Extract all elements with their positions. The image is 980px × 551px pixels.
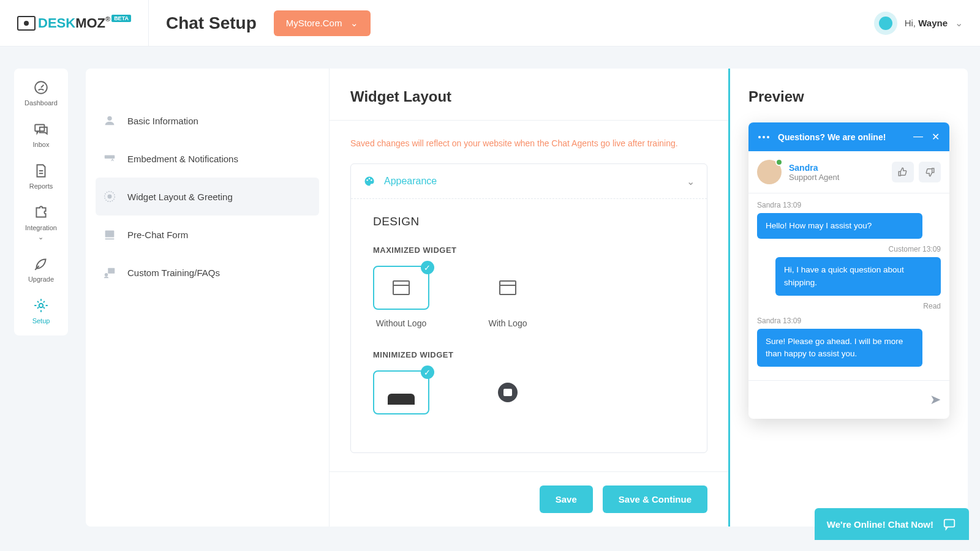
option-with-logo[interactable]: With Logo xyxy=(480,266,536,328)
logo-icon xyxy=(17,16,36,31)
floating-chat-widget[interactable]: We're Online! Chat Now! xyxy=(815,508,969,540)
svg-rect-14 xyxy=(944,520,955,527)
check-icon: ✓ xyxy=(421,365,434,379)
subnav-basic[interactable]: Basic Information xyxy=(86,102,329,140)
menu-dots-icon[interactable] xyxy=(758,136,769,138)
greeting: Hi, Wayne xyxy=(905,18,948,28)
avatar xyxy=(874,12,897,35)
content: Basic Information Embedment & Notificati… xyxy=(86,69,968,527)
send-icon[interactable]: ➤ xyxy=(930,392,941,408)
message-bubble: Sure! Please go ahead. I will be more th… xyxy=(757,329,922,367)
subnav-faq[interactable]: Custom Training/FAQs xyxy=(86,253,329,291)
left-nav: Dashboard Inbox Reports Integration ⌄ Up… xyxy=(14,69,68,335)
svg-point-13 xyxy=(371,179,372,181)
subnav-widget[interactable]: Widget Layout & Greeting xyxy=(96,178,319,216)
chat-icon xyxy=(33,121,49,137)
bubble-icon xyxy=(498,383,518,402)
float-text: We're Online! Chat Now! xyxy=(827,519,933,530)
panel-header: Widget Layout xyxy=(330,69,728,121)
message-bubble: Hello! How may I assist you? xyxy=(757,213,922,239)
svg-rect-4 xyxy=(105,156,115,159)
chevron-down-icon: ⌄ xyxy=(687,176,695,187)
chat-header-text: Questions? We are online! xyxy=(778,132,905,142)
topbar: DESKMOZ®BETA Chat Setup MyStore.Com ⌄ Hi… xyxy=(0,0,980,47)
nav-inbox[interactable]: Inbox xyxy=(33,121,50,148)
site-dropdown[interactable]: MyStore.Com ⌄ xyxy=(274,10,371,36)
window-icon xyxy=(393,280,410,295)
chevron-down-icon: ⌄ xyxy=(38,233,43,241)
logo-text-moz: MOZ xyxy=(75,15,105,31)
logo-text-desk: DESK xyxy=(38,15,75,31)
notice-text: Saved changes will reflect on your websi… xyxy=(350,137,707,150)
nav-reports[interactable]: Reports xyxy=(29,163,53,190)
agent-name: Sandra xyxy=(789,163,839,173)
maximized-label: MAXIMIZED WIDGET xyxy=(373,246,685,255)
minimize-icon[interactable]: — xyxy=(913,131,923,143)
tab-icon xyxy=(388,394,415,405)
message-meta: Sandra 13:09 xyxy=(757,201,941,209)
svg-rect-9 xyxy=(108,268,115,274)
chevron-down-icon: ⌄ xyxy=(350,18,358,29)
svg-point-2 xyxy=(39,304,43,308)
user-menu[interactable]: Hi, Wayne ⌄ xyxy=(874,12,963,35)
option-without-logo[interactable]: ✓ Without Logo xyxy=(373,266,429,328)
user-icon xyxy=(103,114,116,127)
rocket-icon xyxy=(33,256,49,272)
form-icon xyxy=(103,228,116,241)
svg-point-6 xyxy=(108,195,111,198)
chat-header: Questions? We are online! — ✕ xyxy=(748,122,949,151)
accordion-header[interactable]: Appearance ⌄ xyxy=(351,164,707,198)
window-icon xyxy=(499,280,516,295)
nav-integration[interactable]: Integration ⌄ xyxy=(25,204,57,241)
status-indicator xyxy=(775,159,783,166)
option-min-tab[interactable]: ✓ xyxy=(373,370,429,414)
close-icon[interactable]: ✕ xyxy=(932,131,940,143)
accordion-body: DESIGN MAXIMIZED WIDGET ✓ Without Logo W… xyxy=(351,198,707,452)
document-icon xyxy=(33,163,49,179)
preview-title: Preview xyxy=(748,88,949,105)
chevron-down-icon: ⌄ xyxy=(955,17,963,29)
subnav-embed[interactable]: Embedment & Notifications xyxy=(86,140,329,178)
logo[interactable]: DESKMOZ®BETA xyxy=(17,15,131,31)
message-meta: Sandra 13:09 xyxy=(757,317,941,325)
minimized-label: MINIMIZED WIDGET xyxy=(373,350,685,359)
divider xyxy=(148,0,149,47)
site-name: MyStore.Com xyxy=(286,18,342,28)
check-icon: ✓ xyxy=(421,261,434,274)
svg-point-3 xyxy=(107,116,111,121)
panel-title: Widget Layout xyxy=(350,88,707,105)
panel-body: Saved changes will reflect on your websi… xyxy=(330,121,728,471)
option-min-bubble[interactable] xyxy=(480,370,536,414)
read-status: Read xyxy=(757,302,941,310)
svg-point-11 xyxy=(366,179,368,181)
preview-panel: Preview Questions? We are online! — ✕ Sa… xyxy=(730,69,968,527)
thumbs-up-button[interactable] xyxy=(892,162,914,182)
message-bubble: Hi, I have a quick question about shippi… xyxy=(775,257,941,296)
chat-body: Sandra 13:09 Hello! How may I assist you… xyxy=(748,193,949,380)
chat-input[interactable]: ➤ xyxy=(748,380,949,419)
registered-icon: ® xyxy=(105,15,110,23)
minimized-options: ✓ xyxy=(373,370,685,414)
save-button[interactable]: Save xyxy=(540,485,593,513)
message-meta: Customer 13:09 xyxy=(757,245,941,253)
subnav-prechat[interactable]: Pre-Chat Form xyxy=(86,216,329,253)
beta-badge: BETA xyxy=(111,15,131,22)
nav-setup[interactable]: Setup xyxy=(32,298,50,324)
svg-point-10 xyxy=(105,273,108,277)
gauge-icon xyxy=(33,80,49,96)
nav-dashboard[interactable]: Dashboard xyxy=(24,80,58,107)
thumbs-down-button[interactable] xyxy=(919,162,941,182)
save-continue-button[interactable]: Save & Continue xyxy=(603,485,707,513)
gear-icon xyxy=(33,298,49,313)
tag-icon xyxy=(103,152,116,165)
agent-avatar xyxy=(757,160,782,184)
main-panel: Widget Layout Saved changes will reflect… xyxy=(329,69,730,527)
subnav: Basic Information Embedment & Notificati… xyxy=(86,69,329,527)
gear-icon xyxy=(103,190,116,203)
design-heading: DESIGN xyxy=(373,215,685,228)
svg-rect-7 xyxy=(105,231,115,238)
chat-widget: Questions? We are online! — ✕ Sandra Sup… xyxy=(748,122,949,419)
nav-upgrade[interactable]: Upgrade xyxy=(28,256,54,283)
puzzle-icon xyxy=(33,204,49,220)
training-icon xyxy=(103,266,116,279)
